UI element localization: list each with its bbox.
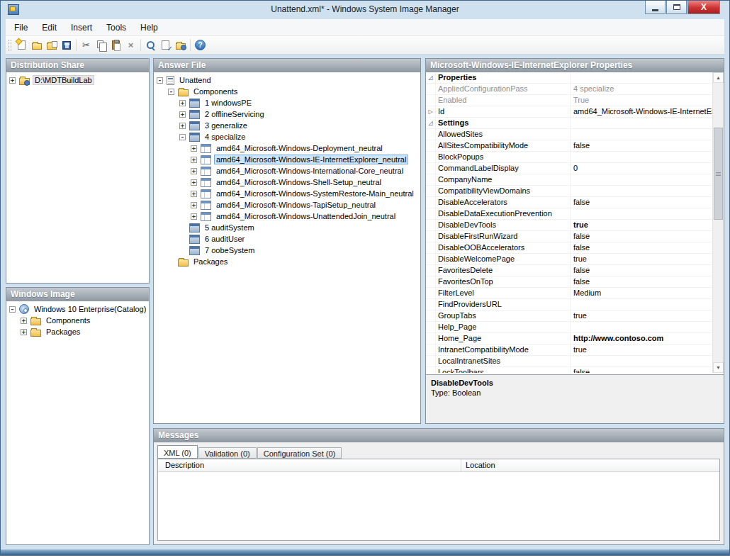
property-value[interactable] [571,208,712,219]
property-category-row[interactable]: ◿Properties [426,72,712,84]
tree-node[interactable]: +amd64_Microsoft-Windows-Deployment_neut… [154,142,420,154]
tree-node[interactable]: +2 offlineServicing [154,108,420,120]
help-button[interactable]: ? [193,38,208,52]
property-value[interactable] [571,186,712,196]
menu-help[interactable]: Help [133,21,165,35]
row-collapsed-icon[interactable]: ▷ [426,106,436,117]
validate-answer-file-button[interactable]: ✓ [158,38,173,52]
tab-configuration-set[interactable]: Configuration Set (0) [257,447,342,459]
tree-node[interactable]: +amd64_Microsoft-Windows-TapiSetup_neutr… [154,199,420,211]
property-value[interactable]: false [571,231,712,242]
property-value[interactable]: false [571,197,712,208]
property-row[interactable]: FindProvidersURL [426,299,712,310]
tree-node[interactable]: 5 auditSystem [154,222,420,233]
property-row[interactable]: CompatibilityViewDomains [426,186,712,197]
toolbar-grip[interactable] [9,40,11,51]
property-value[interactable] [571,152,712,162]
tab-xml[interactable]: XML (0) [157,445,198,459]
property-value[interactable]: 0 [571,163,712,174]
minimize-button[interactable] [645,1,666,14]
create-configuration-set-button[interactable] [173,38,188,52]
property-value[interactable]: true [571,220,712,230]
property-row[interactable]: FavoritesDeletefalse [426,265,712,276]
property-category-row[interactable]: ◿Settings [426,118,712,129]
tree-expander-icon[interactable]: + [179,123,186,129]
property-value[interactable]: true [571,310,712,321]
scrollbar-thumb[interactable] [714,128,723,220]
tree-expander-icon[interactable]: + [191,191,197,197]
property-row[interactable]: GroupTabstrue [426,310,712,322]
property-value[interactable]: http://www.contoso.com [571,333,712,344]
tree-node[interactable]: +3 generalize [154,120,420,131]
menu-tools[interactable]: Tools [99,21,133,35]
copy-button[interactable] [94,38,108,52]
property-value[interactable]: false [571,242,712,253]
cut-button[interactable]: ✂ [79,38,94,52]
open-answer-file-button[interactable] [29,38,44,52]
paste-button[interactable] [108,38,123,52]
property-value[interactable]: false [571,140,712,151]
property-row[interactable]: FilterLevelMedium [426,288,712,299]
new-answer-file-button[interactable] [14,38,29,52]
tree-expander-icon[interactable]: - [157,77,163,84]
property-value[interactable]: false [571,367,712,373]
delete-button[interactable]: × [123,38,138,52]
title-bar[interactable]: Unattend.xml* - Windows System Image Man… [6,1,724,19]
tree-node[interactable]: 7 oobeSystem [154,245,420,256]
property-row[interactable]: DisableAcceleratorsfalse [426,197,712,208]
property-value[interactable] [571,322,712,332]
tree-node[interactable]: +1 windowsPE [154,97,420,108]
tree-node[interactable]: -Unattend [154,74,420,86]
tree-node[interactable]: +amd64_Microsoft-Windows-UnattendedJoin_… [154,211,420,222]
tree-node[interactable]: + D:\MDTBuildLab [6,74,149,86]
category-expanded-icon[interactable]: ◿ [426,72,436,83]
tree-expander-icon[interactable]: + [179,111,186,118]
property-value[interactable]: Medium [571,288,712,298]
property-value[interactable]: false [571,265,712,276]
property-value[interactable]: false [571,276,712,287]
property-row[interactable]: DisableDataExecutionPrevention [426,208,712,220]
property-row[interactable]: LocalIntranetSites [426,356,712,367]
property-row[interactable]: LockToolbarsfalse [426,367,712,373]
tree-node[interactable]: +amd64_Microsoft-Windows-International-C… [154,165,420,177]
property-row[interactable]: CommandLabelDisplay0 [426,163,712,174]
property-row[interactable]: ▷Idamd64_Microsoft-Windows-IE-InternetEx [426,106,712,118]
tree-node[interactable]: Packages [154,256,420,267]
scroll-down-button[interactable]: ▼ [713,362,724,373]
tree-node[interactable]: +amd64_Microsoft-Windows-SystemRestore-M… [154,188,420,199]
property-value[interactable]: true [571,345,712,355]
tree-expander-icon[interactable]: + [21,318,27,324]
property-row[interactable]: Help_Page [426,322,712,333]
tree-expander-icon[interactable]: + [191,213,197,220]
property-row-selected[interactable]: DisableDevToolstrue [426,220,712,231]
tree-expander-icon[interactable]: - [168,89,174,95]
menu-edit[interactable]: Edit [35,21,64,35]
tree-expander-icon[interactable]: - [9,306,16,313]
maximize-button[interactable] [666,1,687,14]
property-value[interactable] [571,129,712,140]
property-value[interactable] [571,356,712,366]
tree-node[interactable]: + Packages [6,326,149,337]
column-header-description[interactable]: Description [158,459,461,471]
property-row[interactable]: EnabledTrue [426,95,712,106]
tree-expander-icon[interactable]: + [21,329,27,335]
tree-expander-icon[interactable]: + [9,77,16,84]
property-value[interactable] [571,174,712,185]
category-expanded-icon[interactable]: ◿ [426,118,436,128]
tree-expander-icon[interactable]: + [191,179,197,186]
properties-scrollbar[interactable]: ▲ ▼ [712,72,724,373]
tree-node[interactable]: - Windows 10 Enterprise(Catalog) [6,303,149,315]
tree-expander-icon[interactable]: + [191,145,197,152]
property-value[interactable]: true [571,254,712,264]
tree-node[interactable]: + Components [6,315,149,326]
tree-node[interactable]: 6 auditUser [154,233,420,245]
tree-expander-icon[interactable]: - [179,134,186,140]
property-row[interactable]: DisableWelcomePagetrue [426,254,712,265]
tab-validation[interactable]: Validation (0) [198,447,257,459]
tree-expander-icon[interactable]: + [191,202,197,208]
tree-node[interactable]: -4 specialize [154,131,420,142]
save-answer-file-button[interactable] [59,38,74,52]
close-button[interactable]: X [687,1,720,14]
property-row[interactable]: DisableOOBAcceleratorsfalse [426,242,712,254]
property-row[interactable]: AppliedConfigurationPass4 specialize [426,84,712,95]
